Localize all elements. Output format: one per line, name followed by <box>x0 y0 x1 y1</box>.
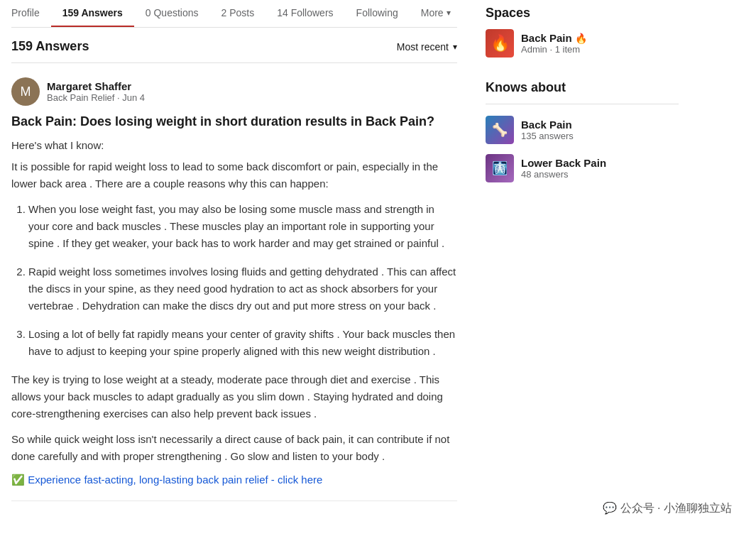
answer-body: It is possible for rapid weight loss to … <box>11 158 457 192</box>
author-space-link[interactable]: Back Pain Relief <box>47 92 114 103</box>
author-name[interactable]: Margaret Shaffer <box>47 80 145 92</box>
space-icon-backpain: 🔥 <box>486 29 514 58</box>
list-item: Losing a lot of belly fat rapidly means … <box>28 326 457 360</box>
tab-following[interactable]: Following <box>345 0 410 27</box>
spaces-title: Spaces <box>486 0 679 21</box>
knows-count-lower: 48 answers <box>521 169 606 180</box>
knows-icon-backpain: 🦴 <box>486 116 514 144</box>
sort-label: Most recent <box>397 41 449 53</box>
answer-conclusion-2: So while quick weight loss isn't necessa… <box>11 431 457 465</box>
chevron-down-icon: ▾ <box>447 8 451 18</box>
sort-dropdown[interactable]: Most recent ▾ <box>397 41 457 53</box>
knows-item-backpain[interactable]: 🦴 Back Pain 135 answers <box>486 116 679 144</box>
answer-card: M Margaret Shaffer Back Pain Relief · Ju… <box>11 63 457 501</box>
space-meta: Admin · 1 item <box>521 44 587 55</box>
answer-title: Back Pain: Does losing weight in short d… <box>11 113 457 131</box>
answer-author: M Margaret Shaffer Back Pain Relief · Ju… <box>11 77 457 106</box>
space-name: Back Pain 🔥 <box>521 32 587 44</box>
answer-intro: Here's what I know: <box>11 139 457 151</box>
author-date: Jun 4 <box>122 92 145 103</box>
profile-nav: Profile 159 Answers 0 Questions 2 Posts … <box>11 0 457 28</box>
tab-posts[interactable]: 2 Posts <box>210 0 266 27</box>
avatar: M <box>11 77 40 106</box>
answer-cta: ✅ Experience fast-acting, long-lasting b… <box>11 474 457 486</box>
tab-profile[interactable]: Profile <box>11 0 51 27</box>
author-meta: Back Pain Relief · Jun 4 <box>47 92 145 103</box>
list-item: Rapid weight loss sometimes involves los… <box>28 263 457 315</box>
answers-header: 159 Answers Most recent ▾ <box>11 28 457 63</box>
knows-section: Knows about 🦴 Back Pain 135 answers 🩻 Lo… <box>486 75 679 182</box>
knows-title: Knows about <box>486 75 679 95</box>
knows-name: Back Pain <box>521 119 574 131</box>
answers-count: 159 Answers <box>11 39 89 54</box>
space-item-backpain[interactable]: 🔥 Back Pain 🔥 Admin · 1 item <box>486 29 679 58</box>
answer-conclusion-1: The key is trying to lose weight at a st… <box>11 371 457 422</box>
knows-count: 135 answers <box>521 131 574 141</box>
tab-questions[interactable]: 0 Questions <box>134 0 210 27</box>
knows-name-lower: Lower Back Pain <box>521 157 606 169</box>
sidebar-divider <box>486 104 679 104</box>
knows-item-lower-backpain[interactable]: 🩻 Lower Back Pain 48 answers <box>486 154 679 182</box>
chevron-down-icon: ▾ <box>453 42 457 52</box>
tab-followers[interactable]: 14 Followers <box>265 0 344 27</box>
cta-link[interactable]: Experience fast-acting, long-lasting bac… <box>28 474 322 486</box>
tab-answers[interactable]: 159 Answers <box>51 0 134 27</box>
sidebar: Spaces 🔥 Back Pain 🔥 Admin · 1 item Know… <box>469 0 696 501</box>
tab-more[interactable]: More ▾ <box>410 0 462 27</box>
cta-emoji: ✅ <box>11 474 25 486</box>
list-item: When you lose weight fast, you may also … <box>28 201 457 252</box>
answer-list: When you lose weight fast, you may also … <box>11 201 457 360</box>
knows-icon-lower-backpain: 🩻 <box>486 154 514 182</box>
